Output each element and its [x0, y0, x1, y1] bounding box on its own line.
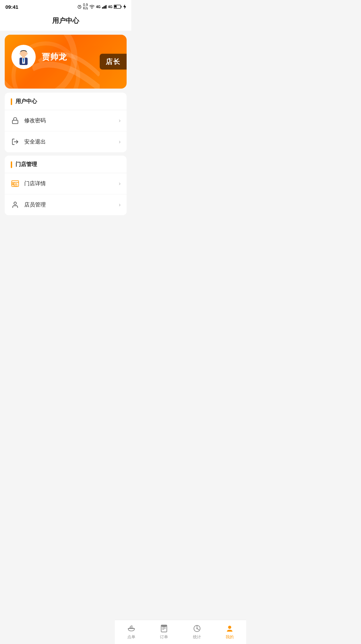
store-details-arrow: ›	[119, 181, 121, 187]
svg-rect-27	[12, 184, 13, 185]
lock-icon	[11, 116, 20, 125]
safe-logout-arrow: ›	[119, 139, 121, 145]
svg-rect-8	[104, 6, 105, 8]
status-time: 09:41	[5, 4, 18, 10]
order-nav-icon	[127, 624, 131, 633]
bowl-icon	[127, 624, 131, 633]
signal-4g-2: 4G	[108, 5, 112, 9]
bottom-nav: 点单 订单 统计	[115, 620, 131, 644]
svg-rect-13	[121, 6, 122, 7]
svg-rect-21	[12, 120, 18, 124]
nav-item-order[interactable]: 点单	[115, 621, 131, 643]
store-details-label: 门店详情	[24, 180, 119, 187]
section-bar-user	[11, 98, 12, 105]
page-title: 用户中心	[52, 17, 79, 24]
svg-rect-9	[105, 5, 106, 9]
svg-line-3	[78, 5, 79, 6]
staff-management-label: 店员管理	[24, 201, 119, 208]
avatar	[11, 45, 36, 69]
charging-icon	[123, 4, 126, 9]
svg-point-5	[92, 8, 92, 9]
store-details-item[interactable]: 门店详情 ›	[5, 173, 127, 194]
page-header: 用户中心	[0, 12, 131, 31]
signal-icon	[102, 5, 107, 9]
status-icons: 0.9K/s 4G 4G 38	[77, 3, 126, 10]
svg-point-28	[14, 202, 16, 204]
store-management-header: 门店管理	[5, 156, 127, 173]
change-password-label: 修改密码	[24, 117, 119, 124]
svg-point-19	[20, 53, 21, 55]
safe-logout-label: 安全退出	[24, 138, 119, 146]
safe-logout-item[interactable]: 安全退出 ›	[5, 131, 127, 152]
svg-point-20	[26, 53, 28, 55]
avatar-image	[14, 47, 33, 66]
user-center-title: 用户中心	[15, 98, 37, 105]
battery-icon: 38	[114, 5, 122, 9]
user-center-header: 用户中心	[5, 93, 127, 110]
svg-rect-6	[102, 7, 103, 8]
user-name: 贾帅龙	[42, 52, 67, 62]
order-nav-label: 点单	[127, 634, 131, 640]
profile-info: 贾帅龙	[5, 35, 127, 79]
svg-rect-7	[103, 6, 104, 8]
change-password-arrow: ›	[119, 118, 121, 124]
staff-management-arrow: ›	[119, 202, 121, 208]
speed-indicator: 0.9K/s	[83, 3, 88, 10]
status-bar: 09:41 0.9K/s 4G 4G 38	[0, 0, 131, 12]
section-bar-store	[11, 161, 12, 168]
svg-rect-26	[15, 184, 17, 187]
change-password-item[interactable]: 修改密码 ›	[5, 110, 127, 131]
user-center-section: 用户中心 修改密码 › 安全退出 ›	[5, 93, 127, 152]
store-icon	[11, 179, 20, 188]
person-icon	[11, 200, 20, 209]
svg-rect-18	[22, 57, 25, 58]
svg-line-4	[80, 5, 81, 6]
svg-text:38: 38	[114, 7, 116, 9]
profile-card: 贾帅龙 店长	[5, 35, 127, 89]
store-management-title: 门店管理	[15, 161, 37, 168]
staff-management-item[interactable]: 店员管理 ›	[5, 194, 127, 215]
exit-icon	[11, 137, 20, 146]
alarm-icon	[77, 4, 82, 9]
signal-4g-1: 4G	[96, 5, 100, 9]
store-management-section: 门店管理 门店详情 ›	[5, 156, 127, 215]
wifi-icon	[89, 5, 95, 9]
